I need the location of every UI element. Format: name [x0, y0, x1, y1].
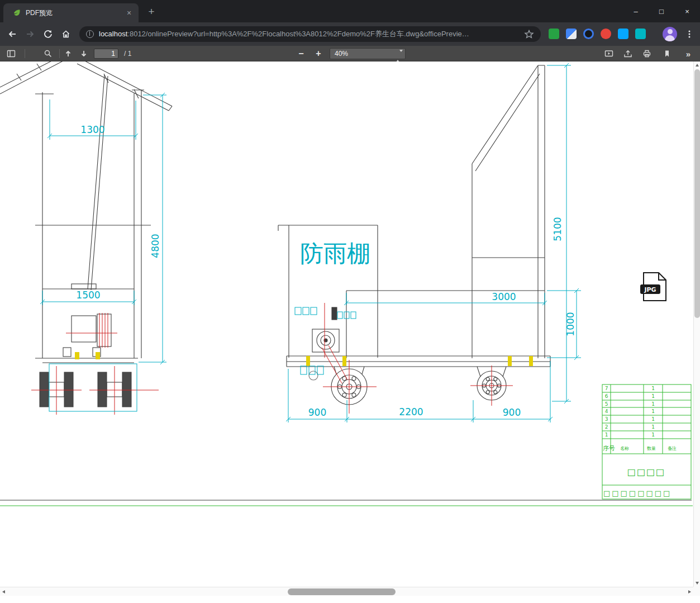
parts-row-qty: 1: [651, 386, 655, 391]
parts-row-qty: 1: [651, 409, 655, 414]
extension-icon-5[interactable]: [618, 29, 628, 39]
extensions-area: [549, 29, 646, 39]
zoom-in-button[interactable]: +: [314, 49, 323, 58]
pdf-viewer-toolbar: / 1 − + 40% »: [0, 46, 700, 61]
url-path: :8012/onlinePreview?url=http%3A%2F%2Floc…: [127, 30, 469, 38]
scrollbar-corner: [693, 587, 700, 596]
pdf-page-canvas: 1300 4800 1500 防雨棚 3000 1000 5100 900 22…: [0, 61, 693, 587]
title-block-title: □□□□: [627, 467, 665, 477]
window-titlebar: PDF预览 × + – □ ×: [0, 0, 700, 22]
title-block-footer: □□□□□□□□: [603, 489, 672, 497]
extension-icon-6[interactable]: [635, 29, 646, 39]
parts-row-qty: 1: [651, 401, 655, 407]
parts-header-note: 备注: [668, 446, 677, 451]
side-view-geometry: [278, 65, 550, 405]
parts-header-name: 名称: [620, 446, 629, 451]
leaf-favicon-icon: [12, 8, 21, 17]
print-button[interactable]: [642, 49, 651, 58]
extension-icon-2[interactable]: [566, 29, 577, 39]
tab-title: PDF预览: [26, 8, 124, 18]
toolbar-divider: [59, 49, 60, 58]
extension-icon-4[interactable]: [601, 29, 611, 39]
parts-row-no: 7: [605, 386, 608, 391]
yellow-markers: [75, 352, 533, 366]
dimension-label: 1000: [565, 312, 576, 336]
tab-close-icon[interactable]: ×: [124, 8, 134, 17]
cad-drawing: 1300 4800 1500 防雨棚 3000 1000 5100 900 22…: [0, 61, 693, 587]
dimension-label: 4800: [150, 234, 161, 258]
window-controls: – □ ×: [623, 0, 700, 22]
vertical-scrollbar[interactable]: [693, 61, 700, 587]
parts-row-no: 2: [605, 424, 608, 430]
jpg-file-icon: JPG: [640, 273, 666, 301]
scroll-left-icon[interactable]: [2, 590, 5, 593]
sidebar-toggle-button[interactable]: [7, 49, 16, 58]
select-spinner-icon: [396, 51, 403, 61]
parts-row-no: 6: [605, 393, 608, 399]
browser-tab[interactable]: PDF预览 ×: [3, 3, 139, 22]
zoom-level-select[interactable]: 40%: [330, 48, 406, 59]
extension-icon-1[interactable]: [549, 29, 559, 39]
dimension-label: 3000: [492, 291, 516, 302]
parts-row-qty: 1: [651, 432, 655, 438]
page-number-input[interactable]: [94, 49, 118, 59]
url-host: localhost: [99, 30, 127, 38]
front-view-geometry: [0, 61, 172, 397]
scroll-up-icon[interactable]: [696, 64, 699, 67]
scroll-down-icon[interactable]: [696, 582, 699, 585]
toolbar-divider: [25, 49, 25, 58]
presentation-mode-button[interactable]: [604, 49, 613, 58]
bookmark-star-icon[interactable]: [524, 29, 534, 39]
reload-button[interactable]: [40, 26, 56, 42]
browser-menu-icon[interactable]: [683, 27, 696, 41]
jpg-badge-label: JPG: [644, 286, 656, 293]
bookmark-button[interactable]: [663, 49, 672, 58]
minimize-button[interactable]: –: [623, 0, 649, 22]
page-info-icon[interactable]: [86, 30, 94, 38]
search-button[interactable]: [44, 49, 53, 58]
extension-icon-3[interactable]: [583, 29, 594, 39]
open-file-button[interactable]: [623, 49, 632, 58]
vertical-scrollbar-thumb[interactable]: [694, 69, 700, 318]
title-block-text: 7 6 5 4 3 2 1 1 1 1 1 1 1 1 序号 名称 数量 备注 …: [603, 386, 677, 497]
new-tab-button[interactable]: +: [144, 4, 159, 19]
back-button[interactable]: [4, 26, 20, 42]
parts-row-qty: 1: [651, 424, 655, 430]
maximize-button[interactable]: □: [649, 0, 674, 22]
dimension-label: 5100: [552, 217, 563, 241]
parts-header-qty: 数量: [647, 446, 656, 451]
forward-button[interactable]: [22, 26, 38, 42]
dimension-label: 900: [308, 407, 326, 418]
page-count-label: / 1: [124, 50, 131, 58]
home-button[interactable]: [58, 26, 74, 42]
profile-avatar[interactable]: [663, 27, 677, 41]
zoom-level-value: 40%: [335, 50, 348, 58]
dimension-label: 1500: [76, 289, 100, 301]
parts-row-no: 1: [605, 432, 608, 438]
browser-toolbar: localhost:8012/onlinePreview?url=http%3A…: [0, 22, 700, 46]
dimension-label: 900: [503, 407, 521, 418]
front-view-wheels: [40, 372, 131, 407]
scroll-right-icon[interactable]: [688, 590, 691, 593]
title-block: [602, 384, 691, 499]
dimension-label: 1300: [80, 124, 104, 135]
close-button[interactable]: ×: [674, 0, 700, 22]
zoom-out-button[interactable]: −: [297, 49, 306, 58]
parts-row-no: 4: [605, 409, 608, 414]
parts-row-no: 3: [605, 416, 608, 422]
dimension-labels: 1300 4800 1500 防雨棚 3000 1000 5100 900 22…: [76, 124, 576, 418]
sheet-border-lines: [0, 500, 693, 506]
previous-page-button[interactable]: [64, 49, 73, 58]
address-bar[interactable]: localhost:8012/onlinePreview?url=http%3A…: [79, 26, 541, 42]
dimension-label: 2200: [399, 406, 423, 417]
parts-row-qty: 1: [651, 416, 655, 422]
horizontal-scrollbar[interactable]: [0, 587, 693, 596]
horizontal-scrollbar-thumb[interactable]: [288, 588, 396, 595]
url-text: localhost:8012/onlinePreview?url=http%3A…: [99, 29, 520, 39]
more-tools-button[interactable]: »: [684, 49, 693, 58]
parts-row-no: 5: [605, 401, 608, 407]
next-page-button[interactable]: [79, 49, 88, 58]
shelter-label: 防雨棚: [300, 240, 370, 267]
parts-header-seq: 序号: [603, 445, 615, 452]
parts-row-qty: 1: [651, 393, 655, 399]
